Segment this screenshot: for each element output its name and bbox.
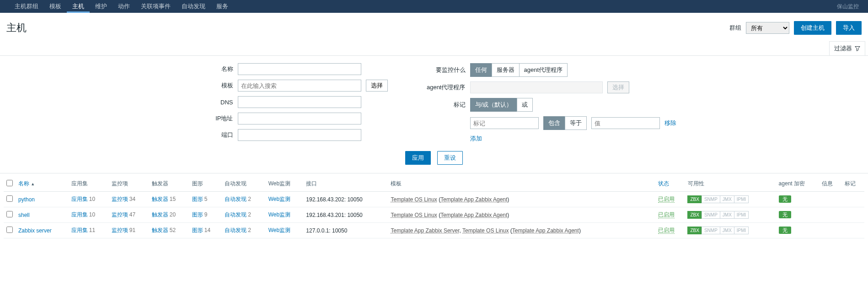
availability: ZBXSNMPJMXIPMI xyxy=(688,195,749,203)
col-enc: agent 加密 xyxy=(776,176,820,192)
col-name[interactable]: 名称 ▲ xyxy=(16,176,69,192)
status-link[interactable]: 已启用 xyxy=(658,196,675,203)
nav-actions[interactable]: 动作 xyxy=(113,0,135,13)
sort-asc-icon: ▲ xyxy=(31,182,35,186)
templates-cell: Template OS Linux (Template App Zabbix A… xyxy=(388,192,655,207)
seg-or[interactable]: 或 xyxy=(517,98,533,112)
col-iface: 接口 xyxy=(303,176,388,192)
col-status[interactable]: 状态 xyxy=(655,176,686,192)
seg-contains[interactable]: 包含 xyxy=(543,116,565,130)
status-link[interactable]: 已启用 xyxy=(658,227,675,234)
table-row: Zabbix server应用集11监控项91触发器52图形14自动发现2Web… xyxy=(4,223,864,238)
nav-maintenance[interactable]: 维护 xyxy=(90,0,113,13)
seg-proxy[interactable]: agent代理程序 xyxy=(519,63,568,77)
nav-hostgroups[interactable]: 主机群组 xyxy=(9,0,44,13)
seg-server[interactable]: 服务器 xyxy=(492,63,520,77)
nav-discovery[interactable]: 自动发现 xyxy=(176,0,211,13)
trigger-link[interactable]: 触发器 xyxy=(152,227,168,233)
table-row: shell应用集10监控项47触发器20图形9自动发现2Web监测192.168… xyxy=(4,207,864,223)
host-name-link[interactable]: python xyxy=(18,196,35,203)
avail-ipmi: IPMI xyxy=(734,195,749,203)
proxy-input-disabled xyxy=(470,81,603,93)
create-host-button[interactable]: 创建主机 xyxy=(794,21,831,35)
hosts-table: 名称 ▲ 应用集 监控项 触发器 图形 自动发现 Web监测 接口 模板 状态 … xyxy=(4,176,864,238)
availability: ZBXSNMPJMXIPMI xyxy=(688,227,749,234)
reset-button[interactable]: 重设 xyxy=(437,151,463,165)
template-sub-link[interactable]: Template App Zabbix Agent xyxy=(440,196,507,203)
item-link[interactable]: 监控项 xyxy=(112,227,128,233)
topnav-right-text: 保山监控 xyxy=(837,3,859,11)
avail-snmp: SNMP xyxy=(702,211,720,219)
tag-add-link[interactable]: 添加 xyxy=(470,135,482,142)
app-link[interactable]: 应用集 xyxy=(71,211,88,218)
port-input[interactable] xyxy=(238,129,361,141)
discovery-link[interactable]: 自动发现 xyxy=(225,227,246,233)
nav-services[interactable]: 服务 xyxy=(211,0,234,13)
host-name-link[interactable]: Zabbix server xyxy=(18,227,52,234)
import-button[interactable]: 导入 xyxy=(836,21,862,35)
apply-button[interactable]: 应用 xyxy=(405,151,431,165)
dns-input[interactable] xyxy=(238,96,361,108)
avail-jmx: JMX xyxy=(720,195,734,203)
interface-cell: 127.0.0.1: 10050 xyxy=(303,223,388,238)
nav-hosts[interactable]: 主机 xyxy=(67,0,90,13)
discovery-link[interactable]: 自动发现 xyxy=(225,211,246,218)
nav-correlation[interactable]: 关联项事件 xyxy=(135,0,176,13)
item-link[interactable]: 监控项 xyxy=(112,211,128,218)
port-label: 端口 xyxy=(192,131,233,139)
trigger-link[interactable]: 触发器 xyxy=(152,196,168,202)
trigger-link[interactable]: 触发器 xyxy=(152,211,168,218)
web-link[interactable]: Web监测 xyxy=(268,196,290,202)
tag-value-input[interactable] xyxy=(591,117,660,129)
tag-key-input[interactable] xyxy=(470,117,539,129)
app-link[interactable]: 应用集 xyxy=(71,196,88,202)
template-sub-link[interactable]: Template App Zabbix Agent xyxy=(440,212,507,218)
proxy-label: agent代理程序 xyxy=(424,83,466,92)
host-name-link[interactable]: shell xyxy=(18,212,30,218)
item-link[interactable]: 监控项 xyxy=(112,196,128,202)
discovery-link[interactable]: 自动发现 xyxy=(225,196,246,202)
name-input[interactable] xyxy=(238,63,361,75)
col-trig: 触发器 xyxy=(149,176,189,192)
template-link[interactable]: Template OS Linux xyxy=(391,196,437,203)
filter-left-col: 名称 模板 选择 DNS IP地址 端口 xyxy=(192,63,388,143)
row-checkbox[interactable] xyxy=(6,211,13,217)
group-select[interactable]: 所有 xyxy=(746,22,789,34)
row-checkbox[interactable] xyxy=(6,227,13,233)
graph-link[interactable]: 图形 xyxy=(192,211,203,218)
name-label: 名称 xyxy=(192,65,233,73)
trigger-count: 15 xyxy=(170,196,176,202)
web-link[interactable]: Web监测 xyxy=(268,227,290,233)
template-link[interactable]: Template OS Linux xyxy=(391,212,437,218)
col-tpl: 模板 xyxy=(388,176,655,192)
filter-tab[interactable]: 过滤器 xyxy=(829,41,865,55)
avail-ipmi: IPMI xyxy=(734,227,749,234)
template-input[interactable] xyxy=(238,80,361,92)
status-link[interactable]: 已启用 xyxy=(658,211,675,218)
encryption-badge: 无 xyxy=(779,195,791,203)
nav-templates[interactable]: 模板 xyxy=(44,0,67,13)
ip-label: IP地址 xyxy=(192,114,233,123)
graph-link[interactable]: 图形 xyxy=(192,227,203,233)
seg-equals[interactable]: 等于 xyxy=(565,116,587,130)
avail-jmx: JMX xyxy=(720,227,734,234)
template-link[interactable]: Template App Zabbix Server xyxy=(391,227,459,234)
seg-any[interactable]: 任何 xyxy=(470,63,492,77)
filter-tab-row: 过滤器 xyxy=(0,41,868,56)
template-select-button[interactable]: 选择 xyxy=(366,80,388,92)
app-count: 11 xyxy=(89,227,95,233)
graph-count: 14 xyxy=(204,227,210,233)
template-link[interactable]: Template OS Linux xyxy=(462,227,509,234)
row-checkbox[interactable] xyxy=(6,195,13,202)
tag-remove-link[interactable]: 移除 xyxy=(664,119,676,127)
avail-zbx: ZBX xyxy=(687,211,702,219)
app-link[interactable]: 应用集 xyxy=(71,227,88,233)
ip-input[interactable] xyxy=(238,113,361,124)
web-link[interactable]: Web监测 xyxy=(268,211,290,218)
graph-link[interactable]: 图形 xyxy=(192,196,203,202)
avail-zbx: ZBX xyxy=(687,195,702,203)
seg-andor[interactable]: 与/或（默认） xyxy=(470,98,518,112)
template-sub-link[interactable]: Template App Zabbix Agent xyxy=(512,227,579,234)
select-all-checkbox[interactable] xyxy=(6,180,13,186)
app-count: 10 xyxy=(89,211,95,218)
